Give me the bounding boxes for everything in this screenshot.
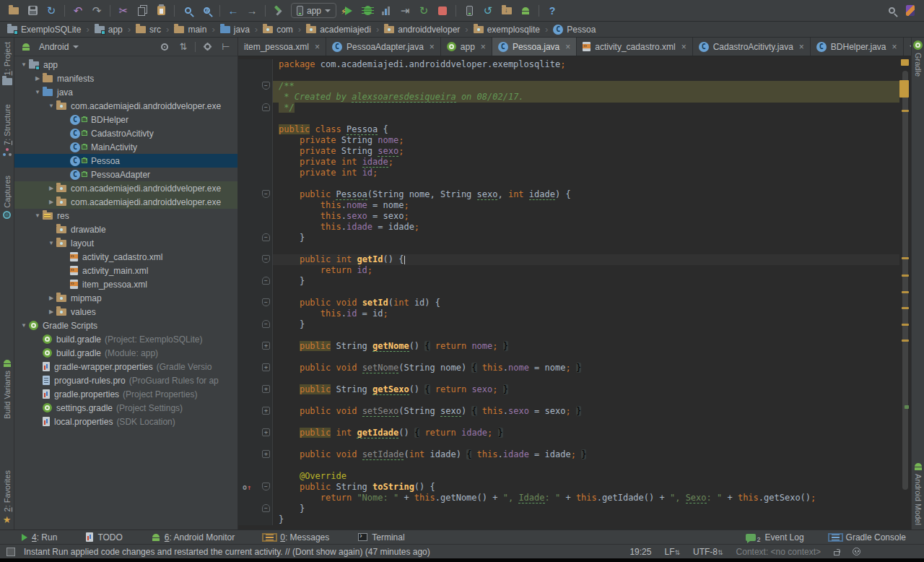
find-icon[interactable]	[178, 2, 197, 20]
code-line[interactable]: + public void setNome(String nome) { thi…	[238, 363, 899, 373]
code-line[interactable]: + public int getIdade() { return idade; …	[238, 428, 899, 438]
fold-start-icon[interactable]: −	[262, 255, 270, 263]
code-line[interactable]: return "Nome: " + this.getNome() + ", Id…	[238, 493, 899, 503]
breadcrumb-item[interactable]: ExemploSQLite	[6, 25, 82, 35]
toolwindow-run[interactable]: 4: Run	[22, 532, 57, 542]
fold-end-icon[interactable]: −	[262, 320, 270, 328]
tree-item-cadastroacitivty[interactable]: CCadastroAcitivty	[14, 126, 237, 140]
tree-down-arrow[interactable]: ▼	[46, 240, 56, 246]
stripe-mark[interactable]	[902, 324, 909, 326]
attach-android-debugger-icon[interactable]	[516, 2, 535, 20]
back-icon[interactable]: ←	[224, 2, 243, 20]
gradle-console[interactable]: Gradle Console	[829, 532, 906, 542]
breadcrumb-item[interactable]: java	[219, 25, 251, 35]
tab-app[interactable]: app×	[441, 38, 492, 56]
tree-item-values[interactable]: ▶values	[14, 305, 237, 319]
code-line[interactable]: private int id;	[238, 168, 899, 178]
toolwindow-terminal[interactable]: Terminal	[358, 532, 404, 542]
tree-item-gradle-properties[interactable]: gradle.properties(Project Properties)	[14, 387, 237, 401]
tree-down-arrow[interactable]: ▼	[46, 103, 56, 109]
close-icon[interactable]: ×	[430, 42, 435, 52]
redo-icon[interactable]: ↷	[87, 2, 106, 20]
code-line[interactable]: + public void setIdade(int idade) { this…	[238, 449, 899, 460]
search-everywhere-icon[interactable]	[882, 2, 901, 20]
error-stripe-scrollbar[interactable]	[899, 56, 911, 529]
stripe-mark[interactable]	[902, 340, 909, 342]
close-icon[interactable]: ×	[799, 42, 804, 52]
breadcrumb-item[interactable]: app	[93, 25, 124, 35]
code-line[interactable]	[238, 330, 899, 341]
stripe-mark[interactable]	[902, 307, 909, 309]
hide-panel-icon[interactable]: ⊢	[219, 41, 233, 52]
build-icon[interactable]	[269, 2, 288, 20]
code-line[interactable]: this.idade = idade;	[238, 222, 899, 233]
tree-right-arrow[interactable]: ▶	[46, 308, 56, 315]
fold-expand-icon[interactable]: +	[262, 407, 270, 415]
save-all-icon[interactable]	[23, 2, 42, 20]
tree-item-bdhelper[interactable]: CBDHelper	[14, 113, 237, 126]
breadcrumb-item[interactable]: main	[173, 25, 208, 35]
fold-end-icon[interactable]: −	[262, 103, 270, 111]
code-line[interactable]: private String nome;	[238, 135, 899, 146]
code-line[interactable]: this.sexo = sexo;	[238, 211, 899, 222]
tree-item-drawable[interactable]: drawable	[14, 222, 237, 236]
breadcrumb-item[interactable]: src	[134, 25, 162, 35]
breadcrumb-item[interactable]: academiajedi	[305, 25, 372, 35]
tab-item-pessoa-xml[interactable]: item_pessoa.xml×	[238, 38, 326, 56]
sync-project-gradle-icon[interactable]: ↺	[479, 2, 497, 20]
tree-item-build-gradle[interactable]: build.gradle(Project: ExemploSQLite)	[14, 332, 237, 346]
code-line[interactable]	[238, 395, 899, 406]
rerun-icon[interactable]: ↻	[414, 2, 433, 20]
tab-bdhelper-java[interactable]: CBDHelper.java×	[811, 38, 904, 56]
tree-item-com-academiajedi-androiddveloper-exe[interactable]: ▼com.academiajedi.androiddveloper.exe	[14, 99, 237, 113]
tree-down-arrow[interactable]: ▼	[19, 322, 29, 329]
code-line[interactable]: − public Pessoa(String nome, String sexo…	[238, 189, 899, 200]
tree-down-arrow[interactable]: ▼	[32, 89, 43, 95]
cut-icon[interactable]: ✂	[114, 2, 133, 20]
code-line[interactable]	[238, 438, 899, 449]
code-line[interactable]: this.id = id;	[238, 308, 899, 319]
tree-item-item-pessoa-xml[interactable]: item_pessoa.xml	[14, 277, 237, 291]
code-line[interactable]: private int idade;	[238, 157, 899, 168]
code-line[interactable]: + public String getSexo() { return sexo;…	[238, 384, 899, 395]
locate-file-icon[interactable]	[157, 43, 172, 51]
encoding-selector[interactable]: UTF-8⇅	[693, 547, 723, 557]
breadcrumb-item[interactable]: CPessoa	[552, 25, 597, 35]
stripe-mark[interactable]	[902, 110, 909, 112]
toolwindow-switcher-icon[interactable]	[6, 548, 15, 556]
code-line[interactable]: }	[238, 514, 899, 525]
code-editor[interactable]: package com.academiajedi.androiddveloper…	[238, 56, 911, 529]
gear-icon[interactable]	[200, 43, 214, 50]
code-line[interactable]	[238, 373, 899, 384]
code-line[interactable]	[238, 70, 899, 81]
tab-pessoaadapter-java[interactable]: CPessoaAdapter.java×	[326, 38, 441, 56]
forward-icon[interactable]: →	[243, 2, 261, 20]
toolwindow-android-model[interactable]: Android Model	[914, 462, 923, 525]
code-line[interactable]: o↑− public String toString() {	[238, 482, 899, 493]
tree-right-arrow[interactable]: ▶	[46, 199, 56, 205]
tree-right-arrow[interactable]: ▶	[32, 75, 43, 82]
stripe-mark[interactable]	[901, 59, 909, 66]
tree-down-arrow[interactable]: ▼	[19, 61, 29, 68]
fold-start-icon[interactable]: −	[262, 298, 270, 306]
code-line[interactable]: − }	[238, 233, 899, 243]
tab-pessoa-java[interactable]: CPessoa.java×	[492, 38, 577, 56]
tree-item-build-gradle[interactable]: build.gradle(Module: app)	[14, 346, 237, 360]
code-line[interactable]: − public int getId() {	[238, 254, 899, 265]
tab-cadastroacitivty-java[interactable]: CCadastroAcitivty.java×	[693, 38, 811, 56]
toolwindow-gradle[interactable]: Gradle	[913, 40, 923, 77]
breadcrumb-item[interactable]: exemplosqlite	[472, 25, 541, 35]
toolwindow-android-monitor[interactable]: 6: Android Monitor	[152, 532, 235, 542]
toolwindow-favorites[interactable]: 2: Favorites★	[3, 470, 12, 525]
open-project-icon[interactable]	[4, 2, 23, 20]
fold-expand-icon[interactable]: +	[262, 363, 270, 371]
stripe-mark[interactable]	[902, 257, 909, 259]
breadcrumb-item[interactable]: androiddveloper	[383, 25, 461, 35]
toolwindow-todo[interactable]: TODO	[86, 532, 122, 542]
fold-end-icon[interactable]: −	[262, 277, 270, 285]
code-line[interactable]	[238, 417, 899, 428]
run-icon[interactable]: ⚡	[339, 2, 358, 20]
code-line[interactable]: @Override	[238, 471, 899, 482]
sync-icon[interactable]: ↻	[42, 2, 61, 20]
tree-item-gradle-scripts[interactable]: ▼Gradle Scripts	[14, 319, 237, 332]
